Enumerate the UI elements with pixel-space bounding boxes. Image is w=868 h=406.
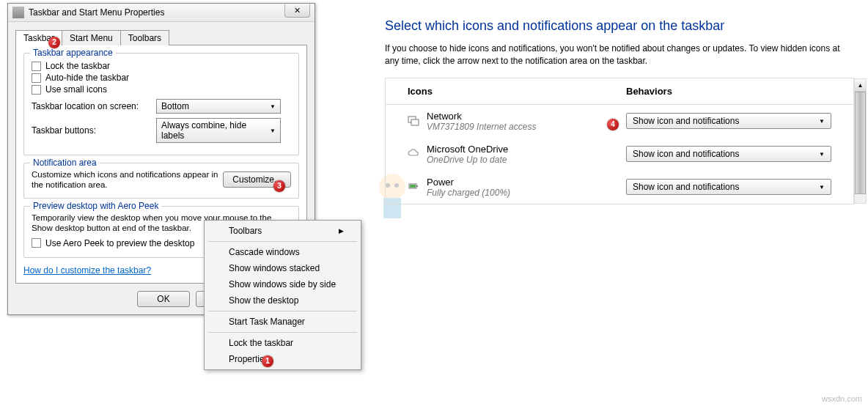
network-icon (408, 114, 427, 128)
cloud-icon (408, 147, 427, 161)
menu-label: Show windows stacked (229, 263, 320, 273)
titlebar[interactable]: Taskbar and Start Menu Properties ✕ (8, 4, 315, 22)
separator (208, 332, 357, 333)
submenu-arrow-icon: ▶ (339, 227, 344, 235)
row-status: Fully charged (100%) (427, 188, 626, 198)
behavior-select[interactable]: Show icon and notifications ▼ (626, 113, 831, 129)
checkbox-small-icons[interactable] (32, 85, 41, 95)
combo-taskbar-buttons[interactable]: Always combine, hide labels ▼ (156, 118, 281, 143)
svg-rect-3 (416, 185, 418, 187)
behavior-value: Show icon and notifications (633, 182, 739, 192)
chevron-down-icon: ▼ (819, 151, 825, 158)
icons-table: Icons Behaviors Network VM7371809 Intern… (385, 78, 854, 204)
menu-label: Lock the taskbar (229, 338, 293, 348)
checkbox-autohide[interactable] (32, 73, 41, 83)
table-row: Power Fully charged (100%) Show icon and… (386, 171, 853, 204)
tab-start-menu[interactable]: Start Menu (62, 30, 121, 45)
table-row: Microsoft OneDrive OneDrive Up to date S… (386, 138, 853, 171)
behavior-select[interactable]: Show icon and notifications ▼ (626, 179, 831, 195)
menu-label: Toolbars (229, 226, 262, 236)
callout-badge-3: 3 (273, 180, 285, 192)
notification-icons-panel: Select which icons and notifications app… (385, 18, 854, 204)
window-icon (12, 7, 24, 18)
checkbox-lock-taskbar[interactable] (32, 62, 41, 71)
chevron-down-icon: ▼ (819, 184, 825, 191)
group-taskbar-appearance: Taskbar appearance Lock the taskbar Auto… (23, 53, 299, 155)
row-name: Microsoft OneDrive (427, 144, 626, 155)
group-title: Taskbar appearance (30, 48, 116, 58)
chevron-down-icon: ▼ (819, 118, 825, 125)
header-icons: Icons (408, 86, 626, 97)
menu-label: Cascade windows (229, 247, 300, 257)
menu-label: Show the desktop (229, 295, 298, 306)
help-link[interactable]: How do I customize the taskbar? (23, 265, 151, 276)
label-small-icons: Use small icons (45, 84, 107, 95)
combo-location[interactable]: Bottom ▼ (156, 99, 281, 114)
behavior-select[interactable]: Show icon and notifications ▼ (626, 146, 831, 162)
scrollbar[interactable]: ▲ (854, 78, 867, 204)
power-icon (408, 180, 427, 194)
row-name: Network (427, 111, 626, 122)
label-aero-peek: Use Aero Peek to preview the desktop (45, 238, 194, 248)
row-status: VM7371809 Internet access (427, 122, 626, 132)
label-taskbar-buttons: Taskbar buttons: (32, 125, 156, 136)
label-autohide: Auto-hide the taskbar (45, 73, 129, 83)
window-title: Taskbar and Start Menu Properties (29, 7, 284, 18)
checkbox-aero-peek[interactable] (32, 238, 41, 248)
row-status: OneDrive Up to date (427, 155, 626, 165)
menu-lock-taskbar[interactable]: Lock the taskbar (207, 335, 358, 351)
menu-label: Show windows side by side (229, 279, 336, 289)
row-name: Power (427, 177, 626, 188)
callout-badge-2: 2 (48, 37, 60, 48)
svg-rect-4 (410, 185, 416, 188)
menu-stacked[interactable]: Show windows stacked (207, 260, 358, 276)
callout-badge-1: 1 (262, 355, 273, 367)
callout-badge-4: 4 (607, 119, 619, 130)
group-notification-area: Notification area Customize which icons … (23, 163, 299, 199)
watermark: wsxdn.com (822, 394, 862, 403)
label-location: Taskbar location on screen: (32, 101, 156, 111)
taskbar-context-menu: Toolbars ▶ Cascade windows Show windows … (204, 220, 361, 370)
menu-cascade[interactable]: Cascade windows (207, 244, 358, 260)
group-title: Preview desktop with Aero Peek (30, 201, 161, 211)
menu-show-desktop[interactable]: Show the desktop (207, 292, 358, 309)
menu-label: Start Task Manager (229, 317, 305, 327)
scroll-up-icon[interactable]: ▲ (855, 79, 866, 92)
menu-toolbars[interactable]: Toolbars ▶ (207, 223, 358, 239)
combo-taskbar-buttons-value: Always combine, hide labels (161, 120, 270, 141)
tab-toolbars[interactable]: Toolbars (120, 30, 169, 45)
header-behaviors: Behaviors (626, 86, 831, 97)
notification-desc: Customize which icons and notifications … (32, 169, 223, 191)
close-button[interactable]: ✕ (284, 4, 310, 18)
separator (208, 311, 357, 311)
separator (208, 241, 357, 242)
table-header: Icons Behaviors (386, 78, 853, 105)
menu-task-manager[interactable]: Start Task Manager (207, 314, 358, 330)
table-row: Network VM7371809 Internet access Show i… (386, 105, 853, 138)
behavior-value: Show icon and notifications (633, 116, 739, 126)
svg-rect-1 (411, 119, 419, 125)
page-title: Select which icons and notifications app… (385, 18, 854, 34)
chevron-down-icon: ▼ (270, 128, 276, 134)
scroll-thumb[interactable] (855, 92, 866, 194)
chevron-down-icon: ▼ (270, 103, 276, 110)
ok-button[interactable]: OK (137, 291, 190, 307)
group-title: Notification area (30, 158, 100, 168)
menu-properties[interactable]: Properties (207, 351, 358, 367)
page-desc: If you choose to hide icons and notifica… (385, 43, 854, 67)
label-lock-taskbar: Lock the taskbar (45, 61, 110, 71)
combo-location-value: Bottom (161, 101, 189, 111)
behavior-value: Show icon and notifications (633, 149, 739, 159)
menu-side-by-side[interactable]: Show windows side by side (207, 276, 358, 292)
